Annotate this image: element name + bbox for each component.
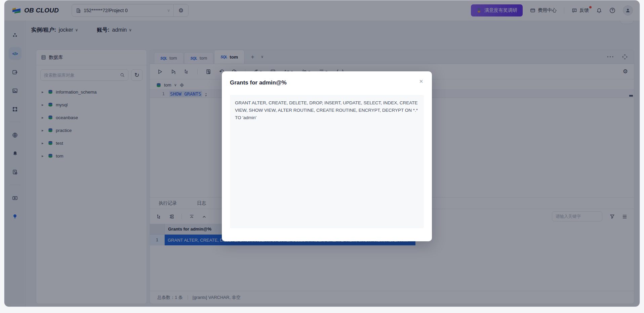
modal-title: Grants for admin@% (230, 79, 424, 86)
modal-grant-text: GRANT ALTER, CREATE, DELETE, DROP, INSER… (230, 95, 424, 228)
grants-modal: Grants for admin@% ✕ GRANT ALTER, CREATE… (222, 71, 432, 241)
modal-close-icon[interactable]: ✕ (417, 77, 425, 85)
